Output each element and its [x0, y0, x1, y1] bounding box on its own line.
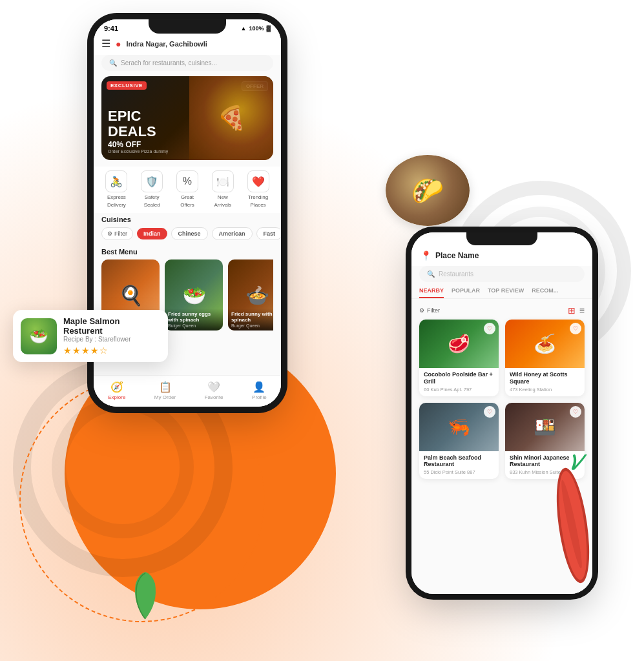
taco-bowl-food: 🌮 [386, 155, 470, 226]
restaurant-2-heart[interactable]: ♡ [570, 323, 581, 334]
restaurant-1-name: Cocobolo Poolside Bar + Grill [424, 371, 494, 385]
restaurant-card-3[interactable]: 🦐 ♡ Palm Beach Seafood Restaurant 55 Dic… [419, 403, 499, 480]
feature-new-arrivals: 🍽️ New Arrivals [207, 170, 239, 208]
features-row: 🚴 Express Delivery 🛡️ Safety Sealed % Gr… [94, 167, 281, 213]
location-text: Indra Nagar, Gachibowli [126, 40, 207, 48]
tab-top-review[interactable]: TOP REVIEW [488, 287, 524, 298]
restaurant-3-info: Palm Beach Seafood Restaurant 55 Dicki P… [419, 451, 499, 480]
restaurant-card-1[interactable]: 🥩 ♡ Cocobolo Poolside Bar + Grill 60 Kub… [419, 320, 499, 396]
nav-favorite[interactable]: 🤍 Favorite [205, 381, 223, 400]
menu-card-3[interactable]: 🍲 Fried sunny with spinach Burger Queen [228, 259, 273, 330]
hamburger-menu[interactable]: ☰ [101, 37, 110, 50]
p2-place-name: Place Name [435, 251, 479, 260]
status-time: 9:41 [104, 25, 118, 32]
p2-search-bar[interactable]: 🔍 Restaurants [419, 266, 585, 282]
tab-recom[interactable]: RECOM... [532, 287, 558, 298]
new-arrivals-icon: 🍽️ [212, 170, 234, 192]
search-bar[interactable]: 🔍 Serach for restaurants, cuisines... [101, 55, 273, 71]
popup-card: 🥗 Maple Salmon Resturent Recipe By : Sta… [13, 310, 168, 362]
explore-label: Explore [108, 394, 125, 400]
express-delivery-label: Express [107, 194, 126, 200]
promo-banner: EXCLUSIVE OFFER EPIC DEALS 40% OFF Order… [101, 76, 273, 160]
great-offers-label: Great [181, 194, 194, 200]
restaurant-2-info: Wild Honey at Scotts Square 473 Keeling … [505, 368, 585, 396]
express-delivery-label2: Delivery [107, 202, 126, 208]
cuisine-chinese[interactable]: Chinese [171, 227, 208, 240]
p2-tabs: NEARBY POPULAR TOP REVIEW RECOM... [411, 287, 592, 299]
chili-decoration [547, 454, 599, 596]
favorite-icon: 🤍 [207, 381, 220, 393]
p2-grid-view-icons: ⊞ ≡ [568, 305, 585, 316]
green-garnish-decoration [126, 571, 165, 622]
popup-recipe-by: Recipe By : Stareflower [63, 336, 160, 343]
search-placeholder: Serach for restaurants, cuisines... [121, 59, 217, 66]
restaurant-4-heart[interactable]: ♡ [570, 406, 581, 418]
location-pin-icon: ● [116, 39, 121, 49]
phone2-notch [466, 232, 537, 245]
popup-stars: ★★★★☆ [63, 345, 160, 356]
restaurant-card-2[interactable]: 🍝 ♡ Wild Honey at Scotts Square 473 Keel… [505, 320, 585, 396]
new-arrivals-label: New [218, 194, 228, 200]
cuisine-fast[interactable]: Fast [256, 227, 281, 240]
status-icons: ▲ 100% ▓ [240, 25, 271, 32]
restaurant-1-image: 🥩 ♡ [419, 320, 499, 368]
wifi-icon: ▲ [240, 25, 246, 32]
banner-deals-text: DEALS [108, 123, 168, 140]
nav-explore[interactable]: 🧭 Explore [108, 381, 125, 400]
feature-safety-sealed: 🛡️ Safety Sealed [136, 170, 168, 208]
new-arrivals-label2: Arrivals [214, 202, 231, 208]
p2-filter-row: ⚙ Filter ⊞ ≡ [411, 303, 592, 320]
restaurant-2-address: 473 Keeling Station [510, 387, 580, 392]
favorite-label: Favorite [205, 394, 223, 400]
p2-location-pin-icon: 📍 [421, 250, 431, 261]
battery-bar: ▓ [266, 25, 271, 32]
list-view-icon[interactable]: ≡ [579, 305, 585, 316]
restaurant-1-info: Cocobolo Poolside Bar + Grill 60 Kub Pin… [419, 368, 499, 396]
cuisine-american[interactable]: American [212, 227, 253, 240]
feature-express-delivery: 🚴 Express Delivery [100, 170, 132, 208]
restaurant-3-image: 🦐 ♡ [419, 403, 499, 451]
restaurant-3-name: Palm Beach Seafood Restaurant [424, 454, 494, 469]
banner-discount: 40% OFF [108, 140, 168, 149]
profile-label: Profile [252, 394, 267, 400]
tab-popular[interactable]: POPULAR [452, 287, 480, 298]
feature-great-offers: % Great Offers [171, 170, 203, 208]
banner-text: EPIC DEALS 40% OFF Order Exclusive Pizza… [108, 109, 168, 154]
cuisines-title: Cuisines [94, 213, 281, 227]
popup-food-image: 🥗 [21, 318, 57, 354]
cuisines-row: ⚙ Filter Indian Chinese American Fast [94, 227, 281, 245]
safety-sealed-icon: 🛡️ [141, 170, 163, 192]
restaurant-2-image: 🍝 ♡ [505, 320, 585, 368]
banner-epic-text: EPIC [108, 109, 168, 123]
menu-card-2[interactable]: 🥗 Fried sunny eggs with spinach Bulger Q… [165, 259, 223, 330]
great-offers-icon: % [176, 170, 198, 192]
restaurant-1-heart[interactable]: ♡ [484, 323, 495, 334]
safety-sealed-label2: Sealed [144, 202, 160, 208]
my-order-label: My Order [154, 394, 176, 400]
menu-card-2-title: Fried sunny eggs with spinach [168, 311, 220, 323]
p2-filter-icon: ⚙ [419, 307, 424, 314]
tab-nearby[interactable]: NEARBY [419, 287, 444, 298]
restaurant-1-address: 60 Kub Pines Apt. 797 [424, 387, 494, 392]
phone1-notch [149, 19, 226, 34]
great-offers-label2: Offers [180, 202, 194, 208]
popup-info: Maple Salmon Resturent Recipe By : Stare… [63, 316, 160, 356]
filter-label: Filter [114, 230, 127, 237]
search-icon: 🔍 [109, 59, 117, 66]
menu-card-3-info: Fried sunny with spinach Burger Queen [228, 309, 273, 330]
battery-icon: 100% [249, 25, 264, 32]
p2-filter-label: Filter [427, 307, 440, 314]
restaurant-3-heart[interactable]: ♡ [484, 406, 495, 418]
banner-exclusive-label: EXCLUSIVE [107, 81, 147, 90]
explore-icon: 🧭 [110, 381, 123, 393]
bottom-nav: 🧭 Explore 📋 My Order 🤍 Favorite 👤 Profil… [94, 375, 281, 407]
popup-restaurant-name: Maple Salmon Resturent [63, 316, 160, 336]
nav-profile[interactable]: 👤 Profile [252, 381, 267, 400]
trending-places-label2: Places [251, 202, 266, 208]
p2-filter-button[interactable]: ⚙ Filter [419, 307, 440, 314]
filter-button[interactable]: ⚙ Filter [101, 227, 133, 240]
nav-my-order[interactable]: 📋 My Order [154, 381, 176, 400]
cuisine-indian[interactable]: Indian [137, 228, 167, 239]
grid-view-icon[interactable]: ⊞ [568, 305, 576, 316]
banner-subtitle: Order Exclusive Pizza dummy [108, 149, 168, 154]
